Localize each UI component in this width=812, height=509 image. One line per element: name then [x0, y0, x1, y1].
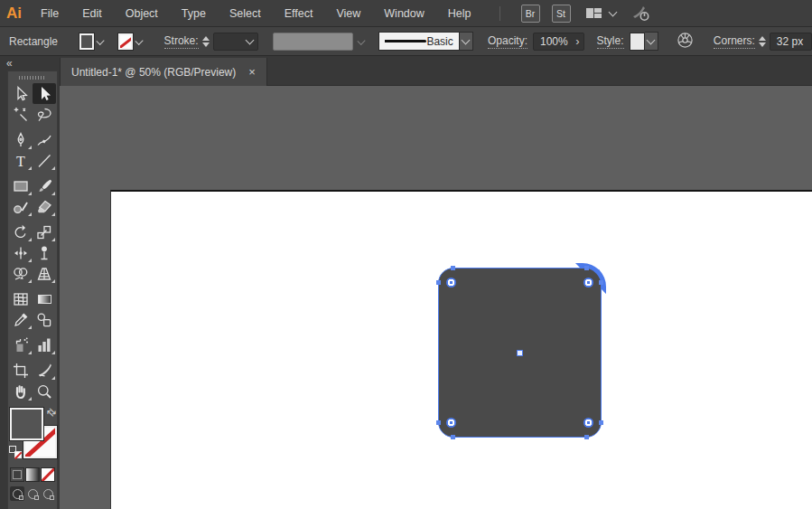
anchor-point[interactable] — [451, 266, 455, 270]
corner-widget[interactable] — [446, 278, 456, 287]
collapse-panel-button[interactable]: « — [6, 57, 12, 70]
stroke-weight-dropdown[interactable] — [213, 33, 259, 51]
flyout-indicator — [28, 146, 32, 149]
bridge-button[interactable]: Br — [521, 5, 540, 23]
color-button[interactable] — [10, 467, 24, 482]
line-segment-tool[interactable] — [33, 150, 56, 171]
menu-type[interactable]: Type — [170, 7, 218, 20]
paintbrush-tool[interactable] — [33, 175, 56, 196]
flyout-indicator — [51, 279, 55, 283]
anchor-point[interactable] — [599, 420, 603, 425]
style-label[interactable]: Style: — [597, 34, 624, 49]
swap-fill-stroke-icon[interactable]: ⇄ — [43, 404, 59, 419]
document-tab[interactable]: Untitled-1* @ 50% (RGB/Preview) × — [60, 58, 267, 86]
stroke-weight-stepper[interactable] — [202, 36, 210, 47]
flyout-indicator — [28, 279, 32, 283]
shape-builder-tool[interactable] — [9, 263, 33, 284]
panel-grip[interactable] — [19, 76, 46, 80]
lasso-tool[interactable] — [33, 104, 56, 125]
perspective-grid-tool[interactable] — [33, 263, 56, 284]
menu-object[interactable]: Object — [114, 7, 170, 20]
stock-button[interactable]: St — [552, 5, 571, 23]
puppet-warp-tool[interactable] — [33, 242, 56, 263]
curvature-tool[interactable] — [33, 129, 56, 150]
close-tab-icon[interactable]: × — [248, 66, 256, 78]
workspace-switcher-icon[interactable] — [586, 8, 602, 19]
column-graph-tool[interactable] — [33, 335, 56, 355]
flyout-indicator — [51, 192, 55, 195]
anchor-point[interactable] — [436, 280, 441, 285]
menu-view[interactable]: View — [324, 7, 372, 20]
fill-proxy-swatch[interactable] — [10, 408, 43, 440]
style-chevron-button[interactable] — [645, 32, 658, 51]
slice-tool[interactable] — [33, 360, 56, 381]
fill-chevron-icon[interactable] — [97, 37, 105, 45]
blend-tool[interactable] — [33, 309, 56, 330]
menu-help[interactable]: Help — [436, 7, 483, 20]
none-button[interactable] — [41, 467, 55, 482]
opacity-field[interactable]: 100% › — [533, 33, 584, 51]
menu-effect[interactable]: Effect — [273, 7, 325, 20]
opacity-label[interactable]: Opacity: — [488, 34, 527, 49]
default-fill-stroke-icon[interactable] — [9, 446, 22, 458]
anchor-point[interactable] — [584, 435, 589, 439]
menu-window[interactable]: Window — [372, 7, 435, 20]
corner-widget[interactable] — [583, 418, 593, 428]
rotate-tool[interactable] — [9, 222, 33, 242]
gradient-tool[interactable] — [33, 288, 56, 309]
hand-tool[interactable] — [9, 381, 33, 401]
stroke-color-swatch[interactable] — [118, 33, 133, 50]
stroke-weight-label[interactable]: Stroke: — [164, 34, 199, 49]
recolor-artwork-icon[interactable] — [677, 32, 694, 52]
flyout-indicator — [28, 325, 32, 329]
mesh-tool[interactable] — [9, 288, 33, 309]
sync-settings-icon[interactable] — [630, 5, 654, 23]
eraser-tool[interactable] — [33, 196, 56, 217]
width-tool[interactable] — [9, 242, 33, 263]
draw-inside-button[interactable] — [41, 486, 55, 501]
shaper-tool[interactable] — [9, 196, 33, 217]
corner-widget[interactable] — [583, 278, 593, 287]
direct-selection-tool[interactable] — [33, 83, 56, 104]
type-tool[interactable]: T — [9, 150, 33, 171]
symbol-sprayer-tool[interactable] — [9, 335, 33, 355]
flyout-indicator — [51, 376, 55, 380]
graphic-style-swatch[interactable] — [630, 33, 645, 51]
magic-wand-tool[interactable] — [9, 104, 33, 125]
menu-file[interactable]: File — [29, 7, 70, 20]
eyedropper-tool[interactable] — [9, 309, 33, 330]
corners-label[interactable]: Corners: — [714, 34, 755, 49]
anchor-point[interactable] — [584, 266, 589, 270]
gradient-button[interactable] — [25, 467, 40, 482]
menu-edit[interactable]: Edit — [70, 7, 114, 20]
chevron-down-icon[interactable] — [609, 7, 618, 16]
artboard-tool[interactable] — [9, 360, 33, 381]
draw-normal-button[interactable] — [10, 486, 24, 501]
corners-stepper[interactable] — [759, 36, 766, 47]
brush-name: Basic — [426, 35, 453, 48]
flyout-indicator — [51, 166, 55, 170]
brush-definition-dropdown[interactable]: Basic — [378, 32, 459, 51]
canvas-pasteboard[interactable] — [60, 86, 812, 509]
menu-select[interactable]: Select — [218, 7, 273, 20]
corners-field[interactable]: 32 px — [770, 33, 812, 51]
brush-stroke-preview — [385, 40, 426, 43]
brush-chevron-button[interactable] — [460, 32, 473, 51]
pen-tool[interactable] — [9, 129, 33, 150]
menu-bar: Ai FileEditObjectTypeSelectEffectViewWin… — [0, 0, 812, 27]
corner-widget[interactable] — [446, 418, 456, 428]
stroke-chevron-icon[interactable] — [135, 37, 144, 45]
draw-behind-button[interactable] — [25, 486, 40, 501]
anchor-point[interactable] — [451, 435, 455, 439]
anchor-point[interactable] — [436, 420, 441, 425]
selection-tool[interactable] — [9, 83, 33, 104]
rectangle-tool[interactable] — [9, 175, 33, 196]
opacity-menu-arrow[interactable]: › — [575, 34, 579, 48]
selected-rounded-rectangle[interactable] — [438, 268, 602, 438]
scale-tool[interactable] — [33, 222, 56, 242]
center-point[interactable] — [517, 350, 523, 356]
paint-buttons-row — [8, 462, 57, 482]
fill-color-swatch[interactable] — [79, 33, 94, 50]
zoom-tool[interactable] — [33, 381, 56, 401]
anchor-point[interactable] — [599, 280, 603, 285]
